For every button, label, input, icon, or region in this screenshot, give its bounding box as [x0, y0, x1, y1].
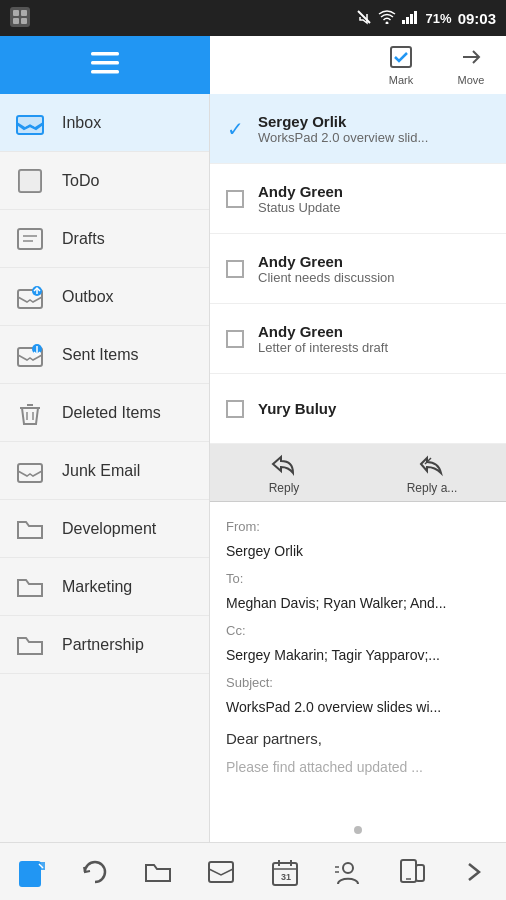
email-item-1[interactable]: ✓ Sergey Orlik WorksPad 2.0 overview sli… [210, 94, 506, 164]
sidebar-item-marketing-label: Marketing [62, 578, 132, 596]
status-bar: 71% 09:03 [0, 0, 506, 36]
sidebar-item-partnership[interactable]: Partnership [0, 616, 209, 674]
sidebar-item-deleted[interactable]: Deleted Items [0, 384, 209, 442]
svg-text:31: 31 [281, 872, 291, 882]
time-display: 09:03 [458, 10, 496, 27]
sidebar-item-outbox[interactable]: Outbox [0, 268, 209, 326]
svg-rect-33 [209, 862, 233, 882]
app-icon [10, 7, 30, 30]
email-list: ✓ Sergey Orlik WorksPad 2.0 overview sli… [210, 94, 506, 444]
email-1-checkbox[interactable]: ✓ [220, 117, 250, 141]
menu-icon[interactable] [91, 52, 119, 78]
svg-rect-0 [10, 7, 30, 27]
contacts-button[interactable] [318, 843, 378, 901]
move-label: Move [458, 74, 485, 86]
refresh-button[interactable] [65, 843, 125, 901]
email-item-5[interactable]: Yury Buluy [210, 374, 506, 444]
subject-value: WorksPad 2.0 overview slides wi... [226, 697, 490, 718]
folder-icon2 [12, 569, 48, 605]
mark-label: Mark [389, 74, 413, 86]
compose-button[interactable] [2, 843, 62, 901]
signal-icon [402, 10, 420, 27]
email-2-checkbox[interactable] [220, 190, 250, 208]
svg-rect-43 [416, 865, 424, 881]
sidebar-item-partnership-label: Partnership [62, 636, 144, 654]
email-item-3[interactable]: Andy Green Client needs discussion [210, 234, 506, 304]
deleted-icon [12, 395, 48, 431]
email-3-checkbox[interactable] [220, 260, 250, 278]
sidebar-item-development[interactable]: Development [0, 500, 209, 558]
sidebar-item-todo-label: ToDo [62, 172, 99, 190]
svg-rect-9 [410, 14, 413, 24]
email-5-sender: Yury Buluy [258, 400, 496, 417]
subject-label: Subject: [226, 675, 273, 690]
drafts-icon [12, 221, 48, 257]
to-label: To: [226, 571, 243, 586]
forward-button[interactable] [444, 843, 504, 901]
top-toolbar: Mark Move [0, 36, 506, 94]
cc-label: Cc: [226, 623, 246, 638]
email-nav-button[interactable] [191, 843, 251, 901]
email-2-subject: Status Update [258, 200, 496, 215]
email-1-subject: WorksPad 2.0 overview slid... [258, 130, 496, 145]
svg-point-6 [385, 21, 388, 24]
scroll-indicator [210, 816, 506, 842]
mute-icon [356, 9, 372, 28]
email-3-sender: Andy Green [258, 253, 496, 270]
wifi-icon [378, 10, 396, 27]
inbox-icon [12, 105, 48, 141]
email-item-2[interactable]: Andy Green Status Update [210, 164, 506, 234]
svg-rect-13 [91, 70, 119, 74]
svg-rect-12 [91, 61, 119, 65]
email-body-continuation: Please find attached updated ... [226, 757, 490, 778]
email-3-subject: Client needs discussion [258, 270, 496, 285]
sidebar-item-sent-items[interactable]: Sent Items [0, 326, 209, 384]
mark-button[interactable]: Mark [366, 36, 436, 94]
sidebar-item-marketing[interactable]: Marketing [0, 558, 209, 616]
checkbox-unchecked [226, 400, 244, 418]
junk-icon [12, 453, 48, 489]
folder-icon3 [12, 627, 48, 663]
move-button[interactable]: Move [436, 36, 506, 94]
email-2-content: Andy Green Status Update [258, 183, 496, 215]
sidebar-item-junk[interactable]: Junk Email [0, 442, 209, 500]
checkbox-unchecked [226, 190, 244, 208]
svg-rect-14 [391, 47, 411, 67]
sent-icon [12, 337, 48, 373]
svg-rect-8 [406, 17, 409, 24]
email-3-content: Andy Green Client needs discussion [258, 253, 496, 285]
checkbox-unchecked [226, 260, 244, 278]
svg-rect-11 [91, 52, 119, 56]
sidebar-item-outbox-label: Outbox [62, 288, 114, 306]
sidebar: Inbox ToDo Drafts Outbox [0, 94, 210, 842]
svg-rect-3 [13, 18, 19, 24]
folders-button[interactable] [128, 843, 188, 901]
email-detail-panel: From: Sergey Orlik To: Meghan Davis; Rya… [210, 502, 506, 816]
sidebar-item-drafts[interactable]: Drafts [0, 210, 209, 268]
svg-rect-4 [21, 18, 27, 24]
calendar-button[interactable]: 31 [255, 843, 315, 901]
email-2-sender: Andy Green [258, 183, 496, 200]
email-item-4[interactable]: Andy Green Letter of interests draft [210, 304, 506, 374]
svg-rect-7 [402, 20, 405, 24]
from-section: From: [226, 516, 490, 537]
email-4-checkbox[interactable] [220, 330, 250, 348]
right-panel: ✓ Sergey Orlik WorksPad 2.0 overview sli… [210, 94, 506, 842]
sidebar-item-todo[interactable]: ToDo [0, 152, 209, 210]
todo-icon [12, 163, 48, 199]
toolbar-left-section [0, 36, 210, 94]
email-5-checkbox[interactable] [220, 400, 250, 418]
email-1-sender: Sergey Orlik [258, 113, 496, 130]
sidebar-item-inbox[interactable]: Inbox [0, 94, 209, 152]
sidebar-item-sent-label: Sent Items [62, 346, 138, 364]
from-label: From: [226, 519, 260, 534]
svg-rect-19 [18, 229, 42, 249]
sidebar-item-deleted-label: Deleted Items [62, 404, 161, 422]
reply-button[interactable]: Reply [210, 444, 358, 502]
reply-all-button[interactable]: Reply a... [358, 444, 506, 502]
bottom-toolbar: 31 [0, 842, 506, 900]
sidebar-item-junk-label: Junk Email [62, 462, 140, 480]
email-4-content: Andy Green Letter of interests draft [258, 323, 496, 355]
main-layout: Inbox ToDo Drafts Outbox [0, 94, 506, 842]
device-button[interactable] [381, 843, 441, 901]
